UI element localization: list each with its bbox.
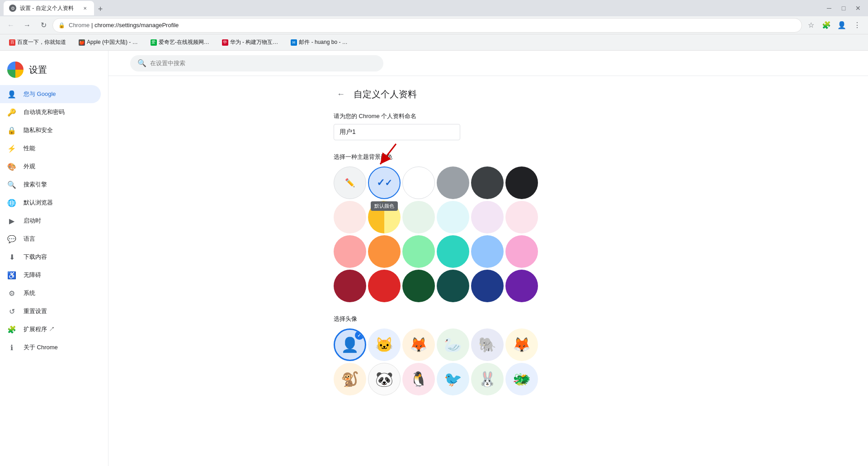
bookmark-mail[interactable]: ✉ 邮件 - huang bo - … (287, 37, 351, 48)
avatar-row-1: ✓ 👤 🐱 🦊 (334, 328, 643, 361)
avatar-bunny-icon: 🐰 (478, 371, 496, 388)
avatar-penguin[interactable]: 🐧 (402, 363, 435, 395)
avatar-cat[interactable]: 🐱 (368, 328, 401, 361)
sidebar-item-browser-label: 默认浏览器 (24, 199, 53, 207)
sidebar-item-about[interactable]: ℹ 关于 Chrome (0, 338, 101, 357)
avatar-elephant[interactable]: 🐘 (471, 328, 504, 361)
bookmark-huawei[interactable]: 华 华为 - 构建万物互… (218, 37, 282, 48)
sidebar-item-search[interactable]: 🔍 搜索引擎 (0, 176, 101, 194)
address-chrome-label: Chrome (69, 22, 90, 29)
color-salmon[interactable] (334, 235, 366, 268)
refresh-button[interactable]: ↻ (36, 18, 51, 33)
avatar-dragon[interactable]: 🐲 (505, 363, 538, 395)
avatar-panda[interactable]: 🐼 (368, 363, 401, 395)
sidebar-item-language[interactable]: 💬 语言 (0, 230, 101, 248)
color-pink-med[interactable] (505, 235, 538, 268)
default-browser-icon: 🌐 (7, 198, 16, 207)
sidebar-item-appearance[interactable]: 🎨 外观 (0, 157, 101, 176)
color-orange[interactable] (368, 235, 401, 268)
search-engine-icon: 🔍 (7, 180, 16, 189)
sidebar-item-extensions[interactable]: 🧩 扩展程序 ↗ (0, 320, 101, 338)
bookmark-apple-favicon: 🍎 (79, 39, 85, 46)
avatar-origami-fox[interactable]: 🦊 (505, 328, 538, 361)
minimize-button[interactable]: ─ (823, 2, 835, 14)
tab-close-button[interactable]: ✕ (81, 5, 89, 12)
menu-button[interactable]: ⋮ (850, 18, 864, 33)
avatar-panda-icon: 🐼 (375, 371, 393, 388)
color-green-med[interactable] (402, 235, 435, 268)
avatar-person[interactable]: ✓ 👤 (334, 328, 366, 361)
settings-page: ← 自定义个人资料 请为您的 Chrome 个人资料命名 选择一种主题背景颜色 (312, 76, 665, 419)
avatar-origami-bird-icon: 🐦 (444, 371, 462, 388)
color-green-light[interactable] (402, 201, 435, 233)
color-row-3 (334, 235, 643, 268)
custom-color-button[interactable]: ✏️ (334, 166, 366, 199)
sidebar-item-default-browser[interactable]: 🌐 默认浏览器 (0, 194, 101, 212)
search-input[interactable] (150, 60, 376, 67)
color-red[interactable] (368, 270, 401, 302)
chrome-logo (7, 62, 24, 78)
address-bar[interactable]: 🔒 Chrome | chrome://settings/manageProfi… (52, 18, 802, 33)
color-white[interactable] (402, 166, 435, 199)
autofill-icon: 🔑 (7, 108, 16, 117)
close-button[interactable]: ✕ (852, 2, 864, 14)
active-tab[interactable]: ⚙ 设置 - 自定义个人资料 ✕ (4, 1, 94, 15)
forward-button[interactable]: → (20, 18, 34, 33)
color-navy[interactable] (471, 270, 504, 302)
avatar-origami-bird[interactable]: 🐦 (437, 363, 469, 395)
bookmark-baidu[interactable]: 百 百度一下，你就知道 (5, 37, 70, 48)
color-section-label: 选择一种主题背景颜色 (334, 153, 643, 161)
bookmark-apple-label: Apple (中国大陆) - … (87, 38, 138, 46)
sidebar-item-privacy[interactable]: 🔒 隐私和安全 (0, 121, 101, 139)
bookmark-iqiyi[interactable]: 爱 爱奇艺-在线视频网… (147, 37, 213, 48)
system-icon: ⚙ (7, 289, 16, 298)
address-separator: | (91, 22, 94, 29)
color-purple[interactable] (505, 270, 538, 302)
new-tab-button[interactable]: + (94, 3, 107, 15)
color-blue-med[interactable] (471, 235, 504, 268)
color-dark-green[interactable] (402, 270, 435, 302)
bookmark-iqiyi-favicon: 爱 (151, 39, 157, 46)
avatar-penguin-icon: 🐧 (410, 371, 428, 388)
color-light-gray[interactable] (437, 166, 469, 199)
avatar-fox-icon: 🦊 (410, 336, 428, 353)
bookmark-button[interactable]: ☆ (804, 18, 818, 33)
extensions-button[interactable]: 🧩 (819, 18, 834, 33)
color-rose-light[interactable] (505, 201, 538, 233)
sidebar-item-accessibility[interactable]: ♿ 无障碍 (0, 266, 101, 284)
avatar-monkey[interactable]: 🐒 (334, 363, 366, 395)
color-teal[interactable] (437, 235, 469, 268)
color-lavender[interactable] (471, 201, 504, 233)
bookmark-mail-label: 邮件 - huang bo - … (299, 38, 347, 46)
color-blue-default[interactable]: ✓ 默认颜色 (368, 166, 401, 199)
search-box[interactable]: 🔍 (130, 55, 383, 71)
sidebar-item-google-label: 您与 Google (24, 90, 56, 98)
sidebar-item-google[interactable]: 👤 您与 Google (0, 85, 101, 103)
sidebar-item-performance[interactable]: ⚡ 性能 (0, 139, 101, 157)
pencil-icon: ✏️ (345, 178, 355, 188)
sidebar-item-downloads[interactable]: ⬇ 下载内容 (0, 248, 101, 266)
color-black[interactable] (505, 166, 538, 199)
profile-button[interactable]: 👤 (835, 18, 849, 33)
extensions-icon: 🧩 (7, 325, 16, 334)
checkmark-icon: ✓ (377, 177, 385, 189)
blue-default-wrapper: ✓ 默认颜色 (368, 166, 401, 199)
color-dark-teal[interactable] (437, 270, 469, 302)
color-cyan-light[interactable] (437, 201, 469, 233)
avatar-bunny[interactable]: 🐰 (471, 363, 504, 395)
color-peach[interactable] (334, 201, 366, 233)
sidebar-item-reset[interactable]: ↺ 重置设置 (0, 302, 101, 320)
profile-name-input[interactable] (334, 124, 460, 140)
back-page-button[interactable]: ← (334, 87, 348, 101)
avatar-crane[interactable]: 🦢 (437, 328, 469, 361)
sidebar-item-autofill[interactable]: 🔑 自动填充和密码 (0, 103, 101, 121)
sidebar-item-appearance-label: 外观 (24, 162, 35, 171)
sidebar-item-startup[interactable]: ▶ 启动时 (0, 212, 101, 230)
profile-name-section: 请为您的 Chrome 个人资料命名 (334, 112, 643, 140)
sidebar-item-system[interactable]: ⚙ 系统 (0, 284, 101, 302)
bookmark-apple[interactable]: 🍎 Apple (中国大陆) - … (75, 37, 142, 48)
avatar-fox[interactable]: 🦊 (402, 328, 435, 361)
color-dark-gray[interactable] (471, 166, 504, 199)
maximize-button[interactable]: □ (837, 2, 850, 14)
color-crimson[interactable] (334, 270, 366, 302)
